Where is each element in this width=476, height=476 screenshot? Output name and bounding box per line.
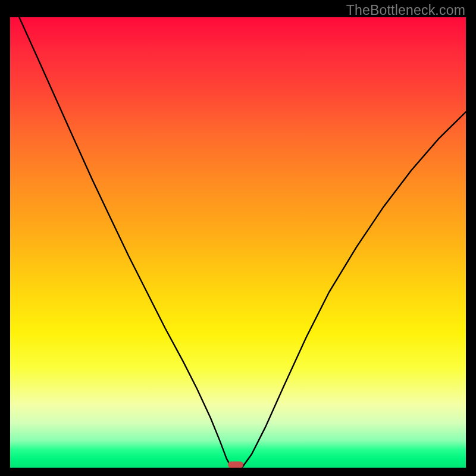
watermark-text: TheBottleneck.com — [346, 2, 465, 18]
chart-frame: TheBottleneck.com — [0, 0, 476, 476]
bottleneck-curve — [10, 17, 466, 468]
optimal-point-marker — [228, 462, 243, 468]
plot-area — [10, 17, 466, 468]
